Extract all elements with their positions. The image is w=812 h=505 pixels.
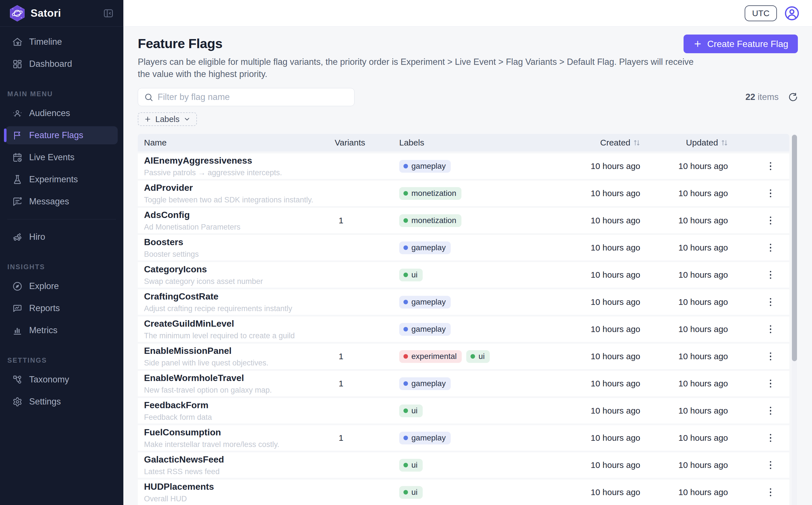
flag-labels: gameplay: [395, 296, 571, 309]
table-row[interactable]: AIEnemyAggressiveness Passive patrols → …: [138, 153, 789, 179]
flag-variants: 1: [335, 379, 395, 388]
sidebar-item-live-events[interactable]: Live Events: [6, 148, 118, 166]
table-row[interactable]: CategoryIcons Swap category icons asset …: [138, 262, 789, 288]
flag-name[interactable]: EnableMissionPanel: [144, 346, 335, 356]
sidebar-item-settings[interactable]: Settings: [6, 393, 118, 411]
flag-labels: ui: [395, 269, 571, 281]
flag-description: Passive patrols → aggressive intercepts.: [144, 168, 335, 177]
sidebar-item-timeline[interactable]: Timeline: [6, 33, 118, 51]
search-box[interactable]: [138, 88, 354, 106]
user-avatar-icon: [784, 6, 800, 21]
sidebar: Satori Timeline Dashboard MAIN MENU Audi…: [0, 0, 123, 505]
labels-filter-button[interactable]: Labels: [138, 112, 197, 126]
label-pill: gameplay: [399, 160, 451, 173]
table-row[interactable]: AdsConfig Ad Monetisation Parameters 1 m…: [138, 208, 789, 233]
items-count: 22 items: [746, 92, 779, 102]
sidebar-section-insights: INSIGHTS: [7, 263, 116, 271]
flag-name[interactable]: EnableWormholeTravel: [144, 373, 335, 383]
label-dot-icon: [403, 218, 408, 223]
flag-labels: ui: [395, 404, 571, 417]
table-row[interactable]: GalacticNewsFeed Latest RSS news feed ui…: [138, 452, 789, 478]
create-feature-flag-button[interactable]: Create Feature Flag: [684, 34, 798, 53]
row-actions-button[interactable]: [768, 214, 774, 227]
label-pill: ui: [399, 269, 423, 281]
sidebar-item-dashboard[interactable]: Dashboard: [6, 55, 118, 73]
row-actions-button[interactable]: [768, 187, 774, 200]
label-dot-icon: [403, 164, 408, 168]
table-row[interactable]: CraftingCostRate Adjust crafting recipe …: [138, 289, 789, 315]
dashboard-icon: [12, 59, 22, 69]
sidebar-section-main-menu: MAIN MENU: [7, 90, 116, 98]
table-row[interactable]: HUDPlacements Overall HUD ui 10 hours ag…: [138, 480, 789, 505]
flag-variants: 1: [335, 352, 395, 361]
flag-updated: 10 hours ago: [644, 433, 732, 443]
row-actions-button[interactable]: [768, 350, 774, 363]
sidebar-item-feature-flags[interactable]: Feature Flags: [6, 126, 118, 144]
table-row[interactable]: Boosters Booster settings gameplay 10 ho…: [138, 235, 789, 261]
flag-name[interactable]: Boosters: [144, 237, 335, 247]
flag-created: 10 hours ago: [571, 352, 644, 361]
row-actions-button[interactable]: [768, 296, 774, 309]
label-pill-text: monetization: [412, 216, 456, 225]
row-actions-button[interactable]: [768, 486, 774, 499]
table-row[interactable]: EnableWormholeTravel New fast-travel opt…: [138, 371, 789, 396]
column-header-name: Name: [138, 138, 335, 148]
table-scrollbar[interactable]: [792, 134, 797, 505]
row-actions-button[interactable]: [768, 404, 774, 417]
flag-name[interactable]: AdProvider: [144, 183, 335, 193]
label-pill: experimental: [399, 350, 462, 363]
flag-name[interactable]: HUDPlacements: [144, 482, 335, 492]
flag-name[interactable]: FuelConsumption: [144, 427, 335, 438]
flag-name[interactable]: CraftingCostRate: [144, 291, 335, 302]
sidebar-item-experiments[interactable]: Experiments: [6, 170, 118, 188]
sidebar-item-label: Taxonomy: [29, 374, 69, 385]
sidebar-item-hiro[interactable]: Hiro: [6, 228, 118, 246]
sidebar-item-explore[interactable]: Explore: [6, 277, 118, 295]
sidebar-nav: Timeline Dashboard MAIN MENU Audiences F…: [0, 27, 123, 505]
flag-name[interactable]: GalacticNewsFeed: [144, 454, 335, 465]
flag-updated: 10 hours ago: [644, 270, 732, 280]
row-actions-button[interactable]: [768, 432, 774, 445]
table-row[interactable]: CreateGuildMinLevel The minimum level re…: [138, 317, 789, 342]
row-actions-button[interactable]: [768, 269, 774, 281]
table-row[interactable]: FuelConsumption Make interstellar travel…: [138, 425, 789, 451]
sidebar-item-reports[interactable]: Reports: [6, 299, 118, 317]
scrollbar-thumb[interactable]: [792, 135, 797, 361]
table-row[interactable]: FeedbackForm Feedback form data ui 10 ho…: [138, 398, 789, 424]
row-actions-button[interactable]: [768, 160, 774, 173]
row-actions-button[interactable]: [768, 377, 774, 390]
sidebar-collapse-button[interactable]: [102, 7, 115, 20]
flag-name[interactable]: AIEnemyAggressiveness: [144, 155, 335, 166]
label-dot-icon: [403, 436, 408, 440]
items-count-word: items: [758, 92, 779, 102]
refresh-icon: [788, 92, 798, 102]
flag-name[interactable]: CategoryIcons: [144, 264, 335, 275]
flag-name[interactable]: FeedbackForm: [144, 400, 335, 410]
row-actions-button[interactable]: [768, 241, 774, 254]
satori-logo-icon: [8, 5, 26, 22]
row-actions-button[interactable]: [768, 459, 774, 472]
sidebar-item-messages[interactable]: Messages: [6, 192, 118, 211]
sidebar-header: Satori: [0, 0, 123, 27]
sidebar-item-metrics[interactable]: Metrics: [6, 321, 118, 339]
refresh-button[interactable]: [788, 92, 798, 102]
label-pill: monetization: [399, 214, 462, 227]
label-dot-icon: [403, 463, 408, 467]
flag-labels: gameplay: [395, 241, 571, 254]
user-avatar-button[interactable]: [784, 6, 800, 21]
sidebar-item-label: Settings: [29, 396, 61, 407]
flag-labels: gameplay: [395, 432, 571, 445]
sidebar-item-audiences[interactable]: Audiences: [6, 104, 118, 122]
table-row[interactable]: AdProvider Toggle between two ad SDK int…: [138, 181, 789, 206]
flag-name[interactable]: AdsConfig: [144, 210, 335, 220]
flag-name[interactable]: CreateGuildMinLevel: [144, 318, 335, 329]
column-header-updated[interactable]: Updated: [644, 138, 732, 148]
row-actions-button[interactable]: [768, 323, 774, 336]
search-input[interactable]: [158, 92, 348, 102]
flask-icon: [12, 175, 22, 185]
timezone-button[interactable]: UTC: [745, 5, 777, 21]
sidebar-item-taxonomy[interactable]: Taxonomy: [6, 370, 118, 389]
column-header-created[interactable]: Created: [571, 138, 644, 148]
table-row[interactable]: EnableMissionPanel Side panel with live …: [138, 344, 789, 369]
label-dot-icon: [471, 354, 475, 359]
